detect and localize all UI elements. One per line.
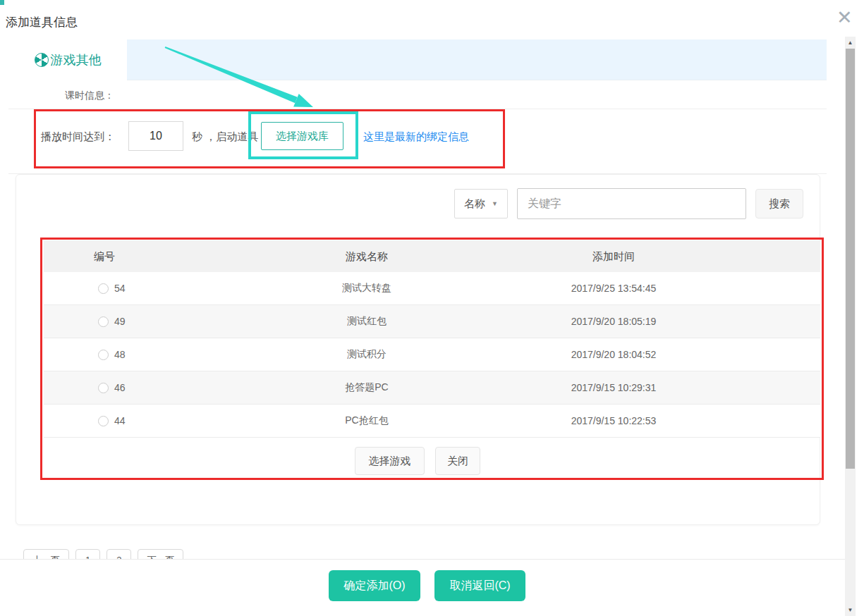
vertical-scrollbar[interactable]: ▲ ▼	[845, 37, 856, 616]
scroll-up-icon[interactable]: ▲	[845, 37, 856, 49]
close-icon[interactable]: ✕	[836, 8, 853, 27]
select-game-button[interactable]: 选择游戏	[355, 447, 425, 475]
pinwheel-icon	[35, 53, 49, 67]
table-row[interactable]: 49测试红包2017/9/20 18:05:19	[44, 305, 820, 338]
search-button[interactable]: 搜索	[755, 189, 803, 218]
cancel-return-button[interactable]: 取消返回(C)	[434, 570, 525, 601]
keyword-input[interactable]	[517, 188, 746, 219]
row-radio-icon[interactable]	[98, 383, 109, 393]
row-game-name: 测试红包	[347, 315, 387, 328]
row-radio-icon[interactable]	[98, 350, 109, 360]
seconds-input[interactable]	[128, 121, 183, 151]
row-add-time: 2017/9/15 10:29:31	[571, 382, 657, 393]
row-id: 49	[114, 316, 126, 327]
table-row[interactable]: 48测试积分2017/9/20 18:04:52	[44, 338, 820, 371]
col-header-id: 编号	[94, 250, 115, 263]
footer-bar: 确定添加(O) 取消返回(C)	[0, 559, 856, 616]
close-table-button[interactable]: 关闭	[435, 447, 480, 475]
row-add-time: 2017/9/25 13:54:45	[571, 283, 657, 294]
row-add-time: 2017/9/20 18:05:19	[571, 316, 657, 327]
confirm-add-button[interactable]: 确定添加(O)	[329, 570, 420, 601]
tab-game-other[interactable]: 游戏其他	[8, 39, 127, 80]
table-row[interactable]: 44PC抢红包2017/9/15 10:22:53	[44, 405, 820, 438]
table-row[interactable]: 46抢答题PC2017/9/15 10:29:31	[44, 371, 820, 405]
row-game-name: 抢答题PC	[345, 381, 388, 394]
table-row[interactable]: 54测试大转盘2017/9/25 13:54:45	[44, 272, 820, 305]
row-id: 44	[114, 415, 126, 426]
table-header: 编号 游戏名称 添加时间	[44, 240, 820, 272]
chevron-down-icon: ▼	[492, 200, 498, 207]
search-field-value: 名称	[464, 197, 485, 211]
col-header-name: 游戏名称	[346, 250, 388, 263]
row-id: 48	[114, 349, 126, 360]
row-game-name: 测试大转盘	[342, 282, 391, 295]
launch-prop-label: 秒 ，启动道具：	[192, 130, 269, 144]
row-add-time: 2017/9/15 10:22:53	[571, 415, 657, 426]
row-add-time: 2017/9/20 18:04:52	[571, 349, 657, 360]
row-game-name: PC抢红包	[345, 414, 388, 427]
tab-label: 游戏其他	[51, 51, 102, 68]
tab-bar: 游戏其他	[8, 39, 827, 80]
row-game-name: 测试积分	[347, 348, 387, 361]
row-radio-icon[interactable]	[98, 316, 109, 327]
row-id: 46	[114, 382, 126, 393]
game-table: 编号 游戏名称 添加时间 54测试大转盘2017/9/25 13:54:4549…	[44, 240, 820, 438]
row-radio-icon[interactable]	[98, 416, 109, 426]
row-id: 54	[114, 283, 126, 294]
col-header-time: 添加时间	[592, 250, 635, 263]
play-time-label: 播放时间达到：	[41, 130, 115, 144]
dialog-title: 添加道具信息	[6, 14, 78, 30]
section-label: 课时信息：	[65, 90, 114, 102]
latest-binding-link[interactable]: 这里是最新的绑定信息	[363, 130, 469, 144]
corner-artifact	[0, 0, 4, 5]
scroll-down-icon[interactable]: ▼	[845, 604, 856, 616]
scrollbar-thumb[interactable]	[846, 49, 855, 469]
row-radio-icon[interactable]	[98, 283, 109, 294]
search-field-select[interactable]: 名称 ▼	[454, 189, 508, 218]
table-body: 54测试大转盘2017/9/25 13:54:4549测试红包2017/9/20…	[44, 272, 820, 438]
divider	[8, 109, 827, 109]
select-game-lib-button[interactable]: 选择游戏库	[261, 122, 343, 150]
